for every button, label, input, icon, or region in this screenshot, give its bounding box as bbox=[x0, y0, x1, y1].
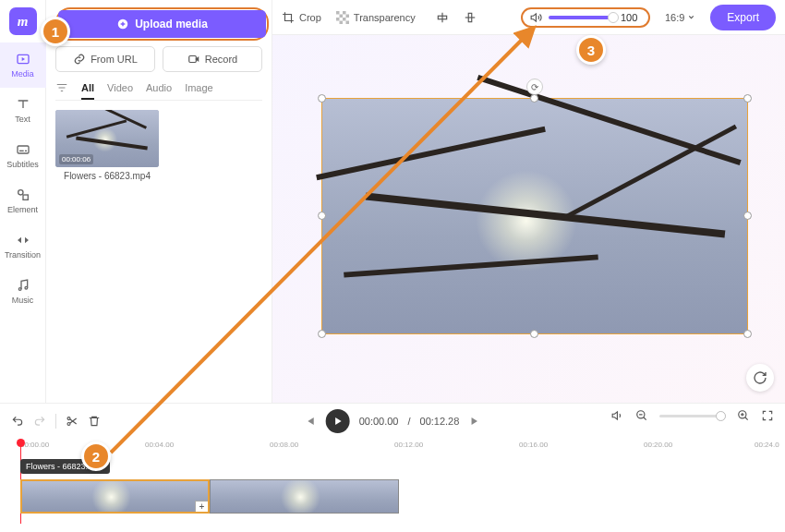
text-icon bbox=[15, 97, 31, 112]
svg-rect-16 bbox=[343, 18, 346, 21]
thumbnail-filename: Flowers - 66823.mp4 bbox=[55, 171, 159, 181]
ruler-tick: 00:08.00 bbox=[270, 441, 298, 449]
rotate-handle[interactable]: ⟳ bbox=[526, 79, 543, 95]
svg-point-4 bbox=[18, 190, 22, 195]
resize-handle-n[interactable] bbox=[530, 94, 538, 103]
play-button[interactable] bbox=[326, 409, 350, 433]
rail-item-media[interactable]: Media bbox=[0, 42, 46, 88]
ruler-tick: 00:24.0 bbox=[755, 441, 779, 449]
resize-handle-e[interactable] bbox=[743, 212, 752, 220]
zoom-in-button[interactable] bbox=[737, 409, 750, 422]
undo-button[interactable] bbox=[11, 415, 24, 428]
playback-controls: 00:00.00 / 00:12.28 bbox=[304, 409, 482, 433]
tab-image[interactable]: Image bbox=[185, 82, 213, 93]
timeline-clip[interactable] bbox=[210, 479, 399, 514]
filter-icon[interactable] bbox=[55, 81, 68, 94]
rail-label: Subtitles bbox=[6, 160, 39, 169]
step-badge-1: 1 bbox=[41, 17, 70, 46]
volume-value: 100 bbox=[621, 12, 641, 23]
resize-handle-nw[interactable] bbox=[318, 94, 326, 103]
timeline-panel: 00:00.00 / 00:12.28 00:00.00 00:04.00 00… bbox=[0, 403, 785, 532]
media-thumbnail[interactable]: 00:00:06 Flowers - 66823.mp4 bbox=[55, 110, 159, 181]
resize-handle-se[interactable] bbox=[743, 330, 752, 338]
svg-rect-2 bbox=[19, 151, 24, 151]
tab-video[interactable]: Video bbox=[107, 82, 133, 93]
element-icon bbox=[15, 187, 31, 202]
rail-item-element[interactable]: Element bbox=[0, 178, 46, 224]
separator bbox=[55, 414, 56, 429]
svg-rect-9 bbox=[189, 56, 197, 63]
app-logo: m bbox=[9, 7, 37, 35]
record-button[interactable]: Record bbox=[163, 46, 262, 72]
step1-highlight: Upload media bbox=[55, 7, 269, 41]
rail-label: Element bbox=[7, 205, 38, 214]
resize-handle-w[interactable] bbox=[318, 212, 326, 220]
from-url-button[interactable]: From URL bbox=[55, 46, 155, 72]
ruler-tick: 00:16.00 bbox=[519, 441, 548, 449]
transparency-button[interactable]: Transparency bbox=[336, 11, 416, 24]
rail-item-music[interactable]: Music bbox=[0, 269, 46, 314]
transition-icon bbox=[15, 233, 31, 248]
upload-label: Upload media bbox=[135, 18, 208, 30]
refresh-button[interactable] bbox=[746, 364, 774, 392]
upload-media-button[interactable]: Upload media bbox=[58, 10, 266, 38]
crop-icon bbox=[282, 11, 295, 24]
split-button[interactable] bbox=[66, 415, 78, 428]
video-preview-frame[interactable]: ⟳ bbox=[321, 98, 748, 334]
subtitles-icon bbox=[15, 142, 31, 157]
fit-button[interactable] bbox=[761, 409, 774, 422]
volume-slider[interactable] bbox=[549, 16, 615, 19]
left-nav-rail: m Media Text Subtitles Element Transitio… bbox=[0, 0, 46, 403]
svg-rect-11 bbox=[336, 11, 340, 15]
rail-label: Media bbox=[11, 69, 34, 79]
svg-rect-14 bbox=[345, 14, 349, 18]
tab-audio[interactable]: Audio bbox=[146, 82, 172, 93]
align-h-icon[interactable] bbox=[436, 11, 449, 24]
refresh-icon bbox=[753, 370, 767, 385]
align-v-icon[interactable] bbox=[464, 11, 477, 24]
resize-handle-s[interactable] bbox=[530, 330, 538, 338]
record-icon bbox=[187, 53, 200, 66]
media-filter-tabs: All Video Audio Image bbox=[55, 81, 262, 101]
redo-button[interactable] bbox=[33, 415, 46, 428]
crop-button[interactable]: Crop bbox=[282, 11, 321, 24]
svg-rect-17 bbox=[339, 20, 343, 24]
current-time: 00:00.00 bbox=[359, 416, 399, 427]
zoom-out-button[interactable] bbox=[635, 409, 648, 422]
svg-rect-1 bbox=[18, 146, 29, 153]
svg-point-7 bbox=[25, 286, 28, 289]
aspect-ratio-select[interactable]: 16:9 bbox=[665, 12, 695, 23]
skip-back-button[interactable] bbox=[304, 415, 317, 428]
rail-label: Text bbox=[15, 115, 30, 124]
video-track: + bbox=[20, 479, 399, 514]
rail-item-transition[interactable]: Transition bbox=[0, 224, 46, 269]
ruler-tick: 00:12.00 bbox=[394, 441, 423, 449]
svg-rect-5 bbox=[23, 195, 28, 200]
rail-label: Music bbox=[12, 296, 34, 305]
volume-control[interactable]: 100 bbox=[521, 7, 650, 28]
skip-forward-button[interactable] bbox=[468, 415, 481, 428]
play-icon bbox=[332, 416, 344, 427]
record-label: Record bbox=[205, 54, 237, 65]
export-button[interactable]: Export bbox=[710, 5, 776, 30]
media-panel: Upload media From URL Record All Video A… bbox=[46, 0, 272, 403]
step-badge-2: 2 bbox=[81, 441, 111, 471]
rail-item-text[interactable]: Text bbox=[0, 88, 46, 133]
resize-handle-ne[interactable] bbox=[743, 94, 752, 103]
resize-handle-sw[interactable] bbox=[318, 330, 326, 338]
mute-button[interactable] bbox=[611, 409, 624, 422]
svg-rect-12 bbox=[343, 11, 346, 15]
svg-rect-3 bbox=[25, 151, 27, 151]
clip-add-button[interactable]: + bbox=[195, 501, 209, 513]
rail-item-subtitles[interactable]: Subtitles bbox=[0, 133, 46, 178]
zoom-slider[interactable] bbox=[659, 415, 726, 417]
canvas-toolbar: Crop Transparency 100 16:9 Export bbox=[272, 0, 785, 35]
timeline-ruler[interactable]: 00:00.00 00:04.00 00:08.00 00:12.00 00:1… bbox=[11, 441, 774, 457]
delete-button[interactable] bbox=[88, 415, 101, 428]
tab-all[interactable]: All bbox=[81, 82, 94, 100]
media-icon bbox=[15, 52, 31, 66]
rail-label: Transition bbox=[5, 250, 41, 260]
svg-rect-15 bbox=[336, 18, 340, 21]
timeline-clip-selected[interactable]: + bbox=[20, 479, 210, 514]
svg-rect-13 bbox=[339, 14, 343, 18]
